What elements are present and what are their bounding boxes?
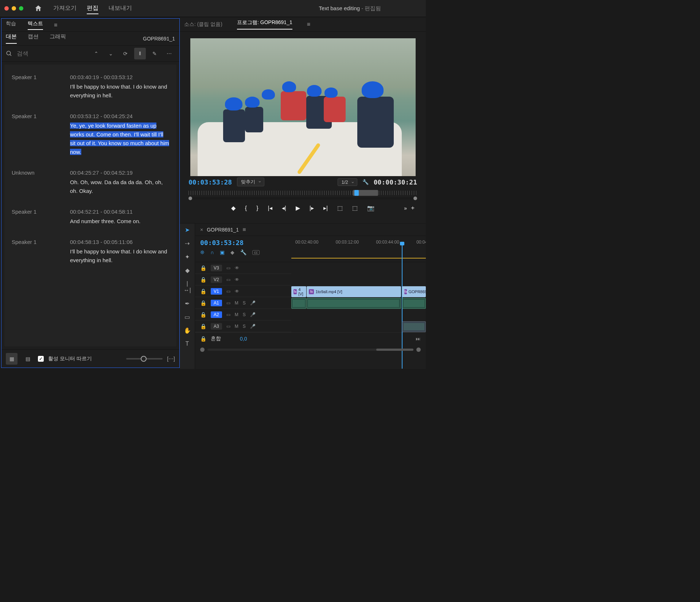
track-toggle[interactable]: A1	[211, 300, 222, 306]
transcript-entry[interactable]: Speaker 1 00:04:52:21 - 00:04:58:11 And …	[4, 202, 176, 232]
transcript-list[interactable]: Speaker 1 00:03:40:19 - 00:03:53:12 I'll…	[4, 65, 176, 346]
transcript-timecode[interactable]: 00:03:53:12 - 00:04:25:24	[70, 113, 169, 119]
transcript-entry[interactable]: Speaker 1 00:03:53:12 - 00:04:25:24 Ye, …	[4, 106, 176, 163]
visibility-icon[interactable]: 👁	[235, 289, 239, 294]
transcript-text[interactable]: Ye, ye, ye look forward fasten as up wor…	[70, 121, 169, 156]
track-toggle[interactable]: V3	[211, 265, 222, 271]
mix-value[interactable]: 0,0	[240, 336, 247, 342]
visibility-icon[interactable]: 👁	[235, 277, 239, 282]
audio-clip[interactable]	[402, 298, 426, 309]
search-icon[interactable]	[6, 50, 12, 57]
video-clip[interactable]: fx4 [V]	[291, 286, 306, 297]
ripple-tool-icon[interactable]: ✦	[183, 253, 192, 260]
mix-lock-icon[interactable]: 🔒	[200, 336, 206, 342]
lock-icon[interactable]: 🔒	[200, 277, 206, 283]
export-frame-icon[interactable]: 📷	[367, 205, 374, 211]
track-select-tool-icon[interactable]: ⇢	[183, 240, 192, 247]
video-preview[interactable]	[190, 38, 416, 176]
close-sequence-icon[interactable]: ×	[200, 227, 203, 233]
transcript-zoom-slider[interactable]	[126, 358, 163, 360]
linked-selection-icon[interactable]: ▣	[220, 249, 225, 255]
in-point-icon[interactable]: {	[245, 205, 247, 211]
audio-clip[interactable]	[307, 298, 401, 309]
hand-tool-icon[interactable]: ✋	[183, 327, 192, 334]
marker-tl-icon[interactable]: ◆	[230, 249, 234, 255]
sync-lock-icon[interactable]: ▭	[226, 300, 230, 306]
home-icon[interactable]	[34, 4, 42, 12]
transcript-timecode[interactable]: 00:04:25:27 - 00:04:52:19	[70, 170, 169, 176]
solo-icon[interactable]: S	[243, 324, 246, 329]
footer-options-icon[interactable]: [⋯]	[167, 356, 175, 362]
audio-clip[interactable]	[402, 321, 426, 332]
monitor-menu-icon[interactable]: ≡	[307, 21, 310, 28]
voiceover-icon[interactable]: 🎤	[250, 324, 256, 329]
fit-dropdown[interactable]: 맞추기	[237, 178, 264, 186]
transcript-text[interactable]: I'll be happy to know that. I do know an…	[70, 247, 169, 265]
video-clip[interactable]: fxGOPR8691_	[402, 286, 426, 297]
edit-icon[interactable]: ✎	[149, 48, 160, 59]
voiceover-icon[interactable]: 🎤	[250, 312, 256, 317]
transcript-text[interactable]: I'll be happy to know that. I do know an…	[70, 82, 169, 100]
transcript-text[interactable]: Oh. Oh, wow. Da da da da da. Oh, oh, oh.…	[70, 178, 169, 195]
track-toggle[interactable]: V1	[211, 288, 222, 295]
timeline-menu-icon[interactable]: ≡	[242, 226, 246, 233]
more-icon[interactable]: ⋯	[163, 48, 175, 59]
maximize-window-button[interactable]	[19, 6, 23, 11]
lock-icon[interactable]: 🔒	[200, 300, 206, 306]
pen-tool-icon[interactable]: ✒	[183, 300, 192, 307]
refresh-icon[interactable]: ⟳	[120, 48, 131, 59]
resolution-dropdown[interactable]: 1/2	[338, 178, 357, 186]
program-monitor-tab[interactable]: 프로그램: GOPR8691_1	[237, 19, 292, 30]
transcript-timecode[interactable]: 00:04:58:13 - 00:05:11:06	[70, 239, 169, 245]
transcript-timecode[interactable]: 00:03:40:19 - 00:03:53:12	[70, 74, 169, 80]
step-back-icon[interactable]: ◂|	[282, 205, 286, 211]
timeline-scrollbar[interactable]	[195, 346, 426, 353]
panel-tab-learn[interactable]: 학습	[6, 20, 16, 30]
lock-icon[interactable]: 🔒	[200, 312, 206, 318]
subtab-graphic[interactable]: 그래픽	[50, 33, 66, 44]
speaker-label[interactable]: Speaker 1	[12, 74, 63, 100]
step-forward-icon[interactable]: |▸	[310, 205, 314, 211]
search-input[interactable]	[17, 50, 61, 57]
lift-icon[interactable]: ⬚	[337, 205, 343, 211]
cc-icon[interactable]: cc	[252, 250, 260, 255]
marker-icon[interactable]: ◆	[231, 205, 236, 211]
audio-clip[interactable]	[291, 298, 306, 309]
panel-tab-text[interactable]: 텍스트	[28, 20, 43, 30]
speaker-label[interactable]: Speaker 1	[12, 209, 63, 226]
sync-lock-icon[interactable]: ▭	[226, 324, 230, 329]
settings-icon[interactable]: 🔧	[362, 179, 369, 185]
tab-import[interactable]: 가져오기	[53, 3, 77, 14]
magnet-icon[interactable]: ∩	[210, 249, 214, 255]
follow-monitor-checkbox[interactable]: ✓	[38, 356, 44, 362]
snap-icon[interactable]: ❊	[200, 249, 205, 255]
view-mode-2-icon[interactable]: ▤	[22, 353, 34, 365]
monitor-scrubber[interactable]	[188, 189, 417, 199]
transcript-text[interactable]: And number three. Come on.	[70, 217, 169, 226]
settings-tl-icon[interactable]: 🔧	[240, 249, 246, 255]
current-timecode[interactable]: 00:03:53:28	[188, 178, 232, 186]
sync-lock-icon[interactable]: ▭	[226, 289, 230, 294]
selection-tool-icon[interactable]: ➤	[183, 226, 192, 233]
timeline-timecode[interactable]: 00:03:53:28	[200, 239, 286, 246]
minimize-window-button[interactable]	[12, 6, 16, 11]
track-toggle[interactable]: V2	[211, 276, 222, 283]
close-window-button[interactable]	[4, 6, 9, 11]
slip-tool-icon[interactable]: |↔|	[183, 280, 192, 294]
transcript-entry[interactable]: Unknown 00:04:25:27 - 00:04:52:19 Oh. Oh…	[4, 163, 176, 202]
track-toggle[interactable]: A2	[211, 311, 222, 318]
source-monitor-tab[interactable]: 소스: (클립 없음)	[184, 21, 222, 28]
transcript-entry[interactable]: Speaker 1 00:03:40:19 - 00:03:53:12 I'll…	[4, 67, 176, 106]
timeline-ruler[interactable]: 00:02:40:0000:03:12:0000:03:44:0000:04:1…	[291, 236, 426, 262]
subtab-transcript[interactable]: 대본	[6, 33, 17, 44]
next-result-icon[interactable]: ⌄	[105, 48, 117, 59]
speaker-label[interactable]: Speaker 1	[12, 113, 63, 156]
subtab-caption[interactable]: 캡션	[28, 33, 39, 44]
tab-edit[interactable]: 편집	[87, 3, 98, 14]
video-clip[interactable]: fx1to9all.mp4 [V]	[307, 286, 401, 297]
mix-end-icon[interactable]: ⏭	[416, 336, 421, 342]
mute-icon[interactable]: M	[235, 312, 238, 317]
button-editor-icon[interactable]: »	[404, 205, 407, 211]
lock-icon[interactable]: 🔒	[200, 288, 206, 294]
panel-menu-icon[interactable]: ≡	[54, 22, 57, 28]
